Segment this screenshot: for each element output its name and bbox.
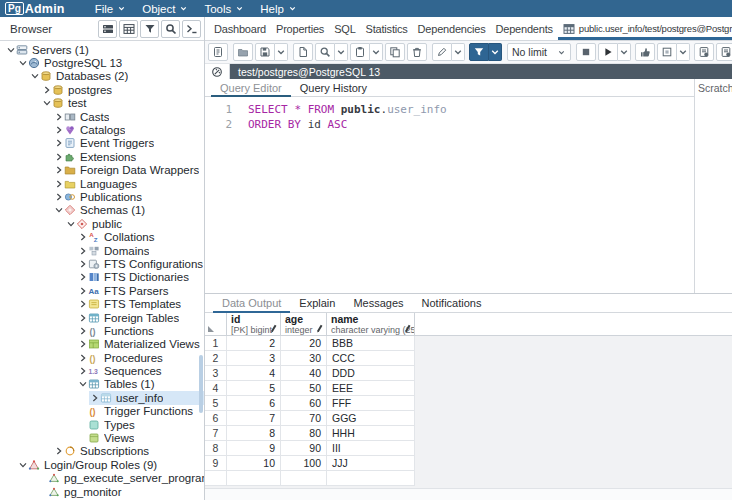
tree-item-sequences[interactable]: 1.3Sequences: [0, 364, 204, 377]
cell-r5-age[interactable]: 60: [281, 396, 327, 411]
row-number[interactable]: 9: [205, 456, 227, 471]
execute-options-button[interactable]: [618, 43, 631, 61]
tree-expand-icon[interactable]: [77, 327, 88, 335]
tree-item-catalogs[interactable]: Catalogs: [0, 123, 204, 136]
tree-item-procedures[interactable]: ()Procedures: [0, 351, 204, 364]
cell-r8-name[interactable]: III: [327, 441, 415, 456]
cell-r4-id[interactable]: 5: [227, 381, 281, 396]
edit-options-button[interactable]: [452, 43, 465, 61]
macro-2-button[interactable]: [716, 43, 732, 61]
tree-item-foreign-data-wrappers[interactable]: Foreign Data Wrappers: [0, 164, 204, 177]
column-header-id[interactable]: id[PK] bigint: [227, 313, 281, 336]
connection-status-button[interactable]: [205, 64, 230, 79]
tab-dashboard[interactable]: Dashboard: [209, 17, 271, 40]
tab-query-editor[interactable]: Query Editor: [211, 79, 291, 96]
cell-r2-age[interactable]: 30: [281, 351, 327, 366]
tree-collapse-icon[interactable]: [41, 99, 52, 107]
query-tool-button[interactable]: [182, 20, 201, 38]
tree-item-fts-parsers[interactable]: AaFTS Parsers: [0, 284, 204, 297]
cell-r8-age[interactable]: 90: [281, 441, 327, 456]
cell-r7-id[interactable]: 8: [227, 426, 281, 441]
edit-pencil-icon[interactable]: [314, 322, 326, 334]
tree-item-databases-2[interactable]: Databases (2): [0, 70, 204, 83]
row-number[interactable]: 2: [205, 351, 227, 366]
tree-collapse-icon[interactable]: [29, 72, 40, 80]
tree-item-domains[interactable]: Domains: [0, 244, 204, 257]
tree-expand-icon[interactable]: [89, 394, 100, 402]
tree-item-views[interactable]: Views: [0, 431, 204, 444]
row-number[interactable]: 5: [205, 396, 227, 411]
tree-item-collations[interactable]: AZCollations: [0, 230, 204, 243]
tree-item-fts-templates[interactable]: FTS Templates: [0, 297, 204, 310]
tree-expand-icon[interactable]: [77, 367, 88, 375]
cell-r3-age[interactable]: 40: [281, 366, 327, 381]
tree-collapse-icon[interactable]: [65, 220, 76, 228]
rollback-button[interactable]: [657, 43, 677, 61]
cell-r3-name[interactable]: DDD: [327, 366, 415, 381]
tree-collapse-icon[interactable]: [77, 380, 88, 388]
cell-r2-id[interactable]: 3: [227, 351, 281, 366]
cell-r5-name[interactable]: FFF: [327, 396, 415, 411]
tree-expand-icon[interactable]: [53, 153, 64, 161]
save-options-button[interactable]: [275, 43, 288, 61]
cell-r5-id[interactable]: 6: [227, 396, 281, 411]
tree-item-postgres[interactable]: postgres: [0, 83, 204, 96]
tree-item-functions[interactable]: ()Functions: [0, 324, 204, 337]
copy-rows-button[interactable]: [385, 43, 405, 61]
tree-expand-icon[interactable]: [77, 233, 88, 241]
tree-item-extensions[interactable]: Extensions: [0, 150, 204, 163]
row-number[interactable]: 3: [205, 366, 227, 381]
open-file-button[interactable]: [233, 43, 253, 61]
tree-expand-icon[interactable]: [77, 260, 88, 268]
sql-code[interactable]: SELECT * FROM public.user_infoORDER BY i…: [240, 97, 694, 293]
tab-explain[interactable]: Explain: [290, 294, 344, 312]
tab-notifications[interactable]: Notifications: [413, 294, 491, 312]
tree-item-schemas-1[interactable]: Schemas (1): [0, 204, 204, 217]
tree-expand-icon[interactable]: [53, 180, 64, 188]
cell-r6-age[interactable]: 70: [281, 411, 327, 426]
edit-button[interactable]: [432, 43, 452, 61]
sql-editor[interactable]: 12 SELECT * FROM public.user_infoORDER B…: [205, 97, 694, 293]
menu-tools[interactable]: Tools: [204, 3, 244, 15]
tree-item-languages[interactable]: Languages: [0, 177, 204, 190]
tree-item-test[interactable]: test: [0, 97, 204, 110]
transaction-options-button[interactable]: [677, 43, 690, 61]
tree-expand-icon[interactable]: [77, 273, 88, 281]
cell-r6-name[interactable]: GGG: [327, 411, 415, 426]
tree-item-pg-monitor[interactable]: pg_monitor: [0, 485, 204, 498]
cell-r1-age[interactable]: 20: [281, 336, 327, 351]
tree-expand-icon[interactable]: [77, 340, 88, 348]
cell-r9-age[interactable]: 100: [281, 456, 327, 471]
cell-r9-name[interactable]: JJJ: [327, 456, 415, 471]
tree-item-materialized-views[interactable]: Materialized Views: [0, 338, 204, 351]
view-data-button[interactable]: [119, 20, 138, 38]
tree-item-public[interactable]: public: [0, 217, 204, 230]
execute-query-button[interactable]: [598, 43, 618, 61]
tree-item-types[interactable]: Types: [0, 418, 204, 431]
tree-item-fts-configurations[interactable]: FTS Configurations: [0, 257, 204, 270]
tab-dependencies[interactable]: Dependencies: [413, 17, 491, 40]
commit-button[interactable]: [635, 43, 655, 61]
save-file-button[interactable]: [255, 43, 275, 61]
tab-statistics[interactable]: Statistics: [361, 17, 413, 40]
cell-r3-id[interactable]: 4: [227, 366, 281, 381]
delete-rows-button[interactable]: [407, 43, 427, 61]
tree-item-casts[interactable]: Casts: [0, 110, 204, 123]
tab-query-tool[interactable]: public.user_info/test/postgres@PostgreSQ…: [558, 17, 732, 40]
cancel-query-button[interactable]: [576, 43, 596, 61]
row-number[interactable]: 8: [205, 441, 227, 456]
cell-r2-name[interactable]: CCC: [327, 351, 415, 366]
row-number[interactable]: 6: [205, 411, 227, 426]
tree-item-postgresql-13[interactable]: PostgreSQL 13: [0, 56, 204, 69]
cell-r4-age[interactable]: 50: [281, 381, 327, 396]
row-limit-select[interactable]: No limit: [507, 43, 571, 61]
macro-1-button[interactable]: [694, 43, 714, 61]
tree-item-publications[interactable]: Publications: [0, 190, 204, 203]
tree-item-user-info[interactable]: user_info: [0, 391, 204, 404]
tree-expand-icon[interactable]: [77, 300, 88, 308]
copy-document-button[interactable]: [293, 43, 313, 61]
tree-expand-icon[interactable]: [53, 126, 64, 134]
tree-expand-icon[interactable]: [53, 113, 64, 121]
tab-properties[interactable]: Properties: [271, 17, 329, 40]
tree-item-login-group-roles-9[interactable]: Login/Group Roles (9): [0, 458, 204, 471]
